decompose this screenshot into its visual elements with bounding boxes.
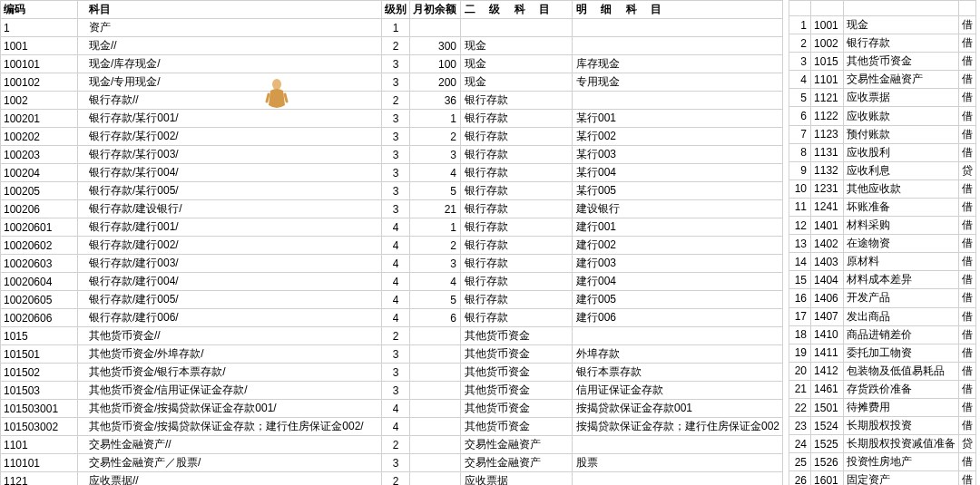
cell-dc: 借 <box>959 235 976 253</box>
table-row[interactable]: 101501其他货币资金/外埠存款/3其他货币资金外埠存款 <box>1 345 783 364</box>
table-row[interactable]: 81131应收股利借 <box>789 143 976 161</box>
table-row[interactable]: 10020606银行存款/建行006/46银行存款建行006 <box>1 309 783 327</box>
cell-nm: 预付账款 <box>844 125 959 143</box>
cell-l2: 应收票据 <box>461 472 573 486</box>
cell-n: 13 <box>789 235 811 253</box>
table-row[interactable]: 21002银行存款借 <box>789 34 976 53</box>
cell-balance: 3 <box>410 255 461 273</box>
table-row[interactable]: 171407发出商品借 <box>789 307 976 325</box>
table-row[interactable]: 101503002其他货币资金/按揭贷款保证金存款；建行住房保证金002/4其他… <box>1 418 783 436</box>
cell-level: 2 <box>382 436 410 454</box>
cell-ac: 1411 <box>811 344 844 362</box>
cell-level: 4 <box>382 218 410 237</box>
table-row[interactable]: 231524长期股权投资借 <box>789 417 976 435</box>
cell-subject: 其他货币资金/按揭贷款保证金存款；建行住房保证金002/ <box>78 418 382 436</box>
cell-l2: 银行存款 <box>461 273 573 291</box>
cell-detail: 某行003 <box>573 146 783 164</box>
table-row[interactable]: 151404材料成本差异借 <box>789 271 976 289</box>
cell-dc: 借 <box>959 362 976 380</box>
col-subject: 科目 <box>78 1 382 19</box>
cell-n: 16 <box>789 289 811 307</box>
cell-dc: 借 <box>959 253 976 271</box>
cell-dc: 借 <box>959 380 976 398</box>
table-row[interactable]: 1001现金//2300现金 <box>1 37 783 55</box>
table-row[interactable]: 221501待摊费用借 <box>789 398 976 416</box>
table-row[interactable]: 100101现金/库存现金/3100现金库存现金 <box>1 55 783 73</box>
table-row[interactable]: 181410商品进销差价借 <box>789 325 976 344</box>
table-row[interactable]: 31015其他货币资金借 <box>789 53 976 71</box>
table-row[interactable]: 51121应收票据借 <box>789 89 976 107</box>
cell-level: 3 <box>382 55 410 73</box>
table-row[interactable]: 251526投资性房地产借 <box>789 453 976 471</box>
cell-code: 1101 <box>1 436 78 454</box>
table-row[interactable]: 10020602银行存款/建行002/42银行存款建行002 <box>1 237 783 255</box>
table-row[interactable]: 41101交易性金融资产借 <box>789 71 976 89</box>
table-row[interactable]: 1015其他货币资金//2其他货币资金 <box>1 327 783 345</box>
cell-l2: 银行存款 <box>461 92 573 110</box>
cell-level: 3 <box>382 364 410 382</box>
table-row[interactable]: 1002银行存款//236银行存款 <box>1 92 783 110</box>
table-row[interactable]: 61122应收账款借 <box>789 107 976 125</box>
cell-l2: 其他货币资金 <box>461 400 573 418</box>
cell-ac: 1525 <box>811 435 844 453</box>
table-row[interactable]: 10020603银行存款/建行003/43银行存款建行003 <box>1 255 783 273</box>
cell-nm: 存货跌价准备 <box>844 380 959 398</box>
table-row[interactable]: 101503其他货币资金/信用证保证金存款/3其他货币资金信用证保证金存款 <box>1 382 783 400</box>
cell-level: 3 <box>382 110 410 128</box>
cell-code: 10020605 <box>1 291 78 309</box>
cell-l2: 银行存款 <box>461 200 573 218</box>
table-row[interactable]: 161406开发产品借 <box>789 289 976 307</box>
table-row[interactable]: 1101交易性金融资产//2交易性金融资产 <box>1 436 783 454</box>
cell-balance: 36 <box>410 92 461 110</box>
cell-nm: 发出商品 <box>844 307 959 325</box>
cell-l2: 其他货币资金 <box>461 364 573 382</box>
table-row[interactable]: 241525长期股权投资减值准备贷 <box>789 435 976 453</box>
table-row[interactable]: 110101交易性金融资产／股票/3交易性金融资产股票 <box>1 454 783 472</box>
table-row[interactable]: 1资产1 <box>1 19 783 37</box>
table-row[interactable]: 100203银行存款/某行003/33银行存款某行003 <box>1 146 783 164</box>
table-row[interactable]: 100202银行存款/某行002/32银行存款某行002 <box>1 128 783 146</box>
table-row[interactable]: 100206银行存款/建设银行/321银行存款建设银行 <box>1 200 783 218</box>
cell-balance: 4 <box>410 273 461 291</box>
table-row[interactable]: 11001现金借 <box>789 16 976 34</box>
cell-balance: 5 <box>410 182 461 200</box>
cell-ac: 1501 <box>811 398 844 416</box>
cell-balance <box>410 454 461 472</box>
cell-balance: 4 <box>410 164 461 182</box>
table-row[interactable]: 100201银行存款/某行001/31银行存款某行001 <box>1 110 783 128</box>
cell-n: 4 <box>789 71 811 89</box>
cell-l2: 银行存款 <box>461 255 573 273</box>
table-row[interactable]: 10020605银行存款/建行005/45银行存款建行005 <box>1 291 783 309</box>
cell-nm: 固定资产 <box>844 471 959 485</box>
cell-n: 5 <box>789 89 811 107</box>
table-row[interactable]: 201412包装物及低值易耗品借 <box>789 362 976 380</box>
table-row[interactable]: 101503001其他货币资金/按揭贷款保证金存款001/4其他货币资金按揭贷款… <box>1 400 783 418</box>
cell-balance: 200 <box>410 73 461 92</box>
cell-ac: 1015 <box>811 53 844 71</box>
table-row[interactable]: 211461存货跌价准备借 <box>789 380 976 398</box>
table-row[interactable]: 111241坏账准备借 <box>789 198 976 216</box>
table-row[interactable]: 91132应收利息贷 <box>789 161 976 179</box>
cell-dc: 借 <box>959 89 976 107</box>
table-row[interactable]: 100204银行存款/某行004/34银行存款某行004 <box>1 164 783 182</box>
cell-ac: 1401 <box>811 217 844 235</box>
table-row[interactable]: 71123预付账款借 <box>789 125 976 143</box>
col-detail: 明 细 科 目 <box>573 1 783 19</box>
table-row[interactable]: 10020601银行存款/建行001/41银行存款建行001 <box>1 218 783 237</box>
table-row[interactable]: 100205银行存款/某行005/35银行存款某行005 <box>1 182 783 200</box>
table-row[interactable]: 100102现金/专用现金/3200现金专用现金 <box>1 73 783 92</box>
cell-nm: 投资性房地产 <box>844 453 959 471</box>
table-row[interactable]: 261601固定资产借 <box>789 471 976 485</box>
table-row[interactable]: 121401材料采购借 <box>789 217 976 235</box>
table-row[interactable]: 10020604银行存款/建行004/44银行存款建行004 <box>1 273 783 291</box>
table-row[interactable]: 191411委托加工物资借 <box>789 344 976 362</box>
cell-n: 23 <box>789 417 811 435</box>
cell-nm: 材料采购 <box>844 217 959 235</box>
table-row[interactable]: 141403原材料借 <box>789 253 976 271</box>
table-row[interactable]: 1121应收票据//2应收票据 <box>1 472 783 486</box>
cell-dc: 借 <box>959 453 976 471</box>
table-row[interactable]: 101502其他货币资金/银行本票存款/3其他货币资金银行本票存款 <box>1 364 783 382</box>
cell-dc: 借 <box>959 143 976 161</box>
table-row[interactable]: 131402在途物资借 <box>789 235 976 253</box>
table-row[interactable]: 101231其他应收款借 <box>789 179 976 198</box>
